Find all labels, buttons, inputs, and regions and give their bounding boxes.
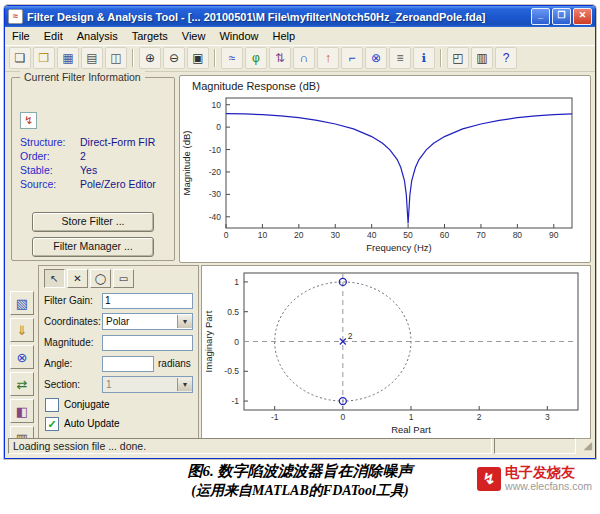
group-delay-icon[interactable]: ∩ xyxy=(293,47,315,69)
magnitude-response-icon[interactable]: ≈ xyxy=(221,47,243,69)
magnitude-response-title: Magnitude Response (dB) xyxy=(180,76,590,92)
svg-text:0: 0 xyxy=(234,337,239,347)
print-icon[interactable]: ▤ xyxy=(81,47,103,69)
coordinates-select[interactable]: Polar ▾ xyxy=(102,313,193,330)
section-select[interactable]: 1 ▾ xyxy=(102,376,193,393)
pole-zero-editor-icon[interactable]: ⊗ xyxy=(10,345,34,369)
svg-text:30: 30 xyxy=(331,230,341,240)
new-session-icon[interactable]: ❏ xyxy=(9,47,31,69)
legend-icon[interactable]: ▥ xyxy=(471,47,493,69)
watermark-url: www.elecfans.com xyxy=(505,480,592,492)
menu-bar: File Edit Analysis Targets View Window H… xyxy=(5,27,595,46)
status-bar: Loading session file ... done. ◢ xyxy=(7,437,593,455)
save-session-icon[interactable]: ▦ xyxy=(57,47,79,69)
zoom-out-icon[interactable]: ⊖ xyxy=(163,47,185,69)
add-pole-icon[interactable]: ✕ xyxy=(67,269,88,288)
magnitude-input[interactable] xyxy=(102,335,193,351)
menu-file[interactable]: File xyxy=(5,28,37,44)
y-axis-label: Imaginary Part xyxy=(203,310,214,372)
auto-update-checkbox[interactable]: ✓ xyxy=(45,417,59,431)
import-filter-icon[interactable]: ⇓ xyxy=(10,318,34,342)
pole-zero-editor-panel: ↖✕◯▭ Filter Gain: Coordinates: Polar ▾ M… xyxy=(38,265,199,439)
svg-text:0: 0 xyxy=(340,412,345,422)
menu-targets[interactable]: Targets xyxy=(125,28,175,44)
svg-text:-20: -20 xyxy=(209,167,222,177)
angle-label: Angle: xyxy=(44,358,102,369)
status-cell-secondary xyxy=(494,438,576,454)
stable-value: Yes xyxy=(80,164,97,176)
conjugate-checkbox[interactable] xyxy=(45,398,59,412)
watermark-title: 电子发烧友 xyxy=(505,465,592,480)
section-row: Section: 1 ▾ xyxy=(39,374,198,395)
menu-view[interactable]: View xyxy=(175,28,213,44)
svg-text:0: 0 xyxy=(216,122,221,132)
order-row: Order: 2 xyxy=(20,150,174,162)
filter-information-icon[interactable]: ℹ xyxy=(413,47,435,69)
close-button[interactable]: ✕ xyxy=(573,8,592,25)
stable-row: Stable: Yes xyxy=(20,164,174,176)
svg-text:20: 20 xyxy=(294,230,304,240)
impulse-response-icon[interactable]: ↑ xyxy=(317,47,339,69)
watermark: ↯ 电子发烧友 www.elecfans.com xyxy=(475,463,594,494)
angle-input[interactable] xyxy=(102,356,154,372)
chevron-down-icon: ▾ xyxy=(177,378,192,391)
svg-text:1: 1 xyxy=(234,277,239,287)
set-quantization-icon[interactable]: ◧ xyxy=(10,399,34,423)
print-preview-icon[interactable]: ◫ xyxy=(105,47,127,69)
toolbar: ❏❒▦▤◫⊕⊖▣≈φ⇅∩↑⌐⊗≡ℹ◰▥? xyxy=(5,45,595,72)
add-zero-icon[interactable]: ◯ xyxy=(90,269,111,288)
svg-text:1: 1 xyxy=(409,412,414,422)
menu-edit[interactable]: Edit xyxy=(37,28,70,44)
y-axis-label: Magnitude (dB) xyxy=(181,131,192,196)
toolbar-separator xyxy=(214,49,216,67)
svg-text:60: 60 xyxy=(440,230,450,240)
menu-analysis[interactable]: Analysis xyxy=(70,28,125,44)
full-view-analysis-icon[interactable]: ◰ xyxy=(447,47,469,69)
chevron-down-icon: ▾ xyxy=(177,315,192,328)
svg-text:0: 0 xyxy=(224,230,229,240)
source-value: Pole/Zero Editor xyxy=(80,178,156,190)
phase-response-icon[interactable]: φ xyxy=(245,47,267,69)
structure-row: Structure: Direct-Form FIR xyxy=(20,136,174,148)
filter-manager-button[interactable]: Filter Manager ... xyxy=(32,237,154,257)
resize-grip[interactable]: ◢ xyxy=(578,438,592,454)
open-session-icon[interactable]: ❒ xyxy=(33,47,55,69)
restore-default-view-icon[interactable]: ▣ xyxy=(187,47,209,69)
title-bar[interactable]: ≈ Filter Design & Analysis Tool - [... 2… xyxy=(5,6,595,27)
coordinates-value: Polar xyxy=(103,316,177,327)
conjugate-row: Conjugate xyxy=(39,395,198,414)
minimize-button[interactable]: _ xyxy=(531,8,550,25)
svg-text:80: 80 xyxy=(513,230,523,240)
magnitude-response-chart[interactable]: 0102030405060708090100-10-20-30-40Freque… xyxy=(180,92,584,254)
zoom-in-icon[interactable]: ⊕ xyxy=(139,47,161,69)
convert-structure-icon[interactable]: ⇄ xyxy=(10,372,34,396)
maximize-button[interactable]: ❐ xyxy=(552,8,571,25)
menu-window[interactable]: Window xyxy=(212,28,265,44)
pole-zero-chart[interactable]: -10123-1-0.500.51Real PartImaginary Part… xyxy=(202,266,588,436)
check-mark: ✓ xyxy=(47,419,56,429)
filter-gain-label: Filter Gain: xyxy=(44,295,102,306)
help-icon[interactable]: ? xyxy=(495,47,517,69)
svg-text:90: 90 xyxy=(549,230,559,240)
delete-pole-zero-icon[interactable]: ▭ xyxy=(113,269,134,288)
menu-help[interactable]: Help xyxy=(266,28,303,44)
magnitude-and-phase-icon[interactable]: ⇅ xyxy=(269,47,291,69)
store-filter-button[interactable]: Store Filter ... xyxy=(32,212,154,232)
design-filter-icon[interactable]: ▧ xyxy=(10,291,34,315)
step-response-icon[interactable]: ⌐ xyxy=(341,47,363,69)
pole-zero-plot-icon[interactable]: ⊗ xyxy=(365,47,387,69)
coordinates-row: Coordinates: Polar ▾ xyxy=(39,311,198,332)
svg-text:10: 10 xyxy=(212,100,222,110)
source-label: Source: xyxy=(20,178,80,190)
filter-info-fields: Structure: Direct-Form FIR Order: 2 Stab… xyxy=(12,136,174,190)
magnitude-label: Magnitude: xyxy=(44,337,102,348)
filter-coefficients-icon[interactable]: ≡ xyxy=(389,47,411,69)
window-controls: _ ❐ ✕ xyxy=(531,8,592,25)
magnitude-response-panel: Magnitude Response (dB) 0102030405060708… xyxy=(179,75,591,263)
structure-label: Structure: xyxy=(20,136,80,148)
move-pole-zero-icon[interactable]: ↖ xyxy=(44,269,65,288)
svg-text:-0.5: -0.5 xyxy=(224,366,239,376)
filter-gain-input[interactable] xyxy=(102,293,193,309)
x-axis-label: Real Part xyxy=(391,424,431,435)
svg-text:10: 10 xyxy=(258,230,268,240)
